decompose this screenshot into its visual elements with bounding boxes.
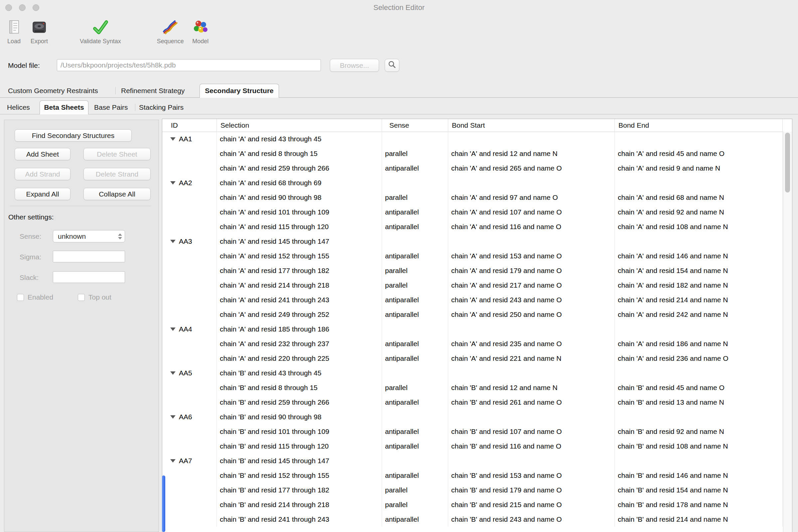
- table-row[interactable]: chain 'A' and resid 101 through 109 anti…: [162, 205, 783, 220]
- cell-bond-end: [615, 132, 783, 146]
- table-row[interactable]: chain 'A' and resid 259 through 266 anti…: [162, 161, 783, 175]
- disclosure-triangle-icon[interactable]: [170, 137, 175, 141]
- search-button[interactable]: [385, 59, 399, 72]
- table-row[interactable]: chain 'B' and resid 115 through 120 anti…: [162, 439, 783, 454]
- column-header-selection[interactable]: Selection: [217, 119, 382, 132]
- subtab-helices[interactable]: Helices: [7, 100, 30, 114]
- disclosure-triangle-icon[interactable]: [170, 327, 175, 331]
- table-row[interactable]: chain 'B' and resid 214 through 218 para…: [162, 497, 783, 512]
- table-row[interactable]: AA3 chain 'A' and resid 145 through 147: [162, 234, 783, 249]
- table-row[interactable]: chain 'A' and resid 241 through 243 anti…: [162, 292, 783, 307]
- table-row[interactable]: chain 'A' and resid 152 through 155 anti…: [162, 249, 783, 263]
- column-header-sense[interactable]: Sense: [382, 119, 448, 132]
- table-row[interactable]: AA5 chain 'B' and resid 43 through 45: [162, 366, 783, 380]
- disclosure-triangle-icon[interactable]: [170, 459, 175, 462]
- sigma-field[interactable]: [53, 251, 125, 262]
- top-out-checkbox[interactable]: Top out: [78, 293, 111, 301]
- vertical-scrollbar[interactable]: [783, 132, 792, 532]
- cell-id: AA3: [162, 234, 217, 249]
- column-header-bond-end[interactable]: Bond End: [615, 119, 783, 132]
- subtab-stacking-pairs[interactable]: Stacking Pairs: [139, 100, 184, 114]
- table-row[interactable]: chain 'B' and resid 259 through 266 anti…: [162, 395, 783, 410]
- slack-field[interactable]: [53, 271, 125, 283]
- table-row[interactable]: chain 'A' and resid 220 through 225 anti…: [162, 351, 783, 366]
- add-strand-button[interactable]: Add Strand: [15, 168, 71, 180]
- scrollbar-thumb[interactable]: [785, 133, 790, 192]
- cell-bond-start: chain 'A' and resid 250 and name O: [448, 307, 615, 322]
- table-row[interactable]: AA1 chain 'A' and resid 43 through 45: [162, 132, 783, 146]
- cell-selection: chain 'A' and resid 259 through 266: [217, 161, 382, 175]
- load-label: Load: [7, 38, 21, 45]
- tab-custom-geometry-restraints[interactable]: Custom Geometry Restraints: [8, 84, 98, 98]
- column-header-bond-start[interactable]: Bond Start: [448, 119, 615, 132]
- delete-strand-button[interactable]: Delete Strand: [83, 168, 151, 180]
- table-row[interactable]: chain 'A' and resid 214 through 218 para…: [162, 278, 783, 292]
- disclosure-triangle-icon[interactable]: [170, 181, 175, 185]
- add-sheet-button[interactable]: Add Sheet: [15, 148, 71, 160]
- table-row[interactable]: chain 'B' and resid 8 through 15 paralle…: [162, 380, 783, 395]
- table-row[interactable]: chain 'A' and resid 8 through 15 paralle…: [162, 146, 783, 161]
- tab-refinement-strategy[interactable]: Refinement Strategy: [121, 84, 185, 98]
- disclosure-triangle-icon[interactable]: [170, 415, 175, 419]
- cell-sense: [382, 454, 448, 468]
- cell-bond-end: chain 'A' and resid 92 and name N: [615, 205, 783, 220]
- delete-sheet-button[interactable]: Delete Sheet: [83, 148, 151, 160]
- validate-syntax-label: Validate Syntax: [80, 38, 121, 45]
- cell-id: AA2: [162, 175, 217, 190]
- cell-sense: [382, 234, 448, 249]
- subtab-beta-sheets[interactable]: Beta Sheets: [40, 100, 89, 114]
- table-row[interactable]: chain 'A' and resid 90 through 98 parall…: [162, 190, 783, 205]
- expand-all-button[interactable]: Expand All: [15, 188, 71, 200]
- cell-bond-start: [448, 410, 615, 424]
- table-row[interactable]: AA2 chain 'A' and resid 68 through 69: [162, 175, 783, 190]
- export-button[interactable]: Export: [31, 18, 48, 45]
- cell-bond-start: chain 'A' and resid 116 and name O: [448, 220, 615, 234]
- table-row[interactable]: chain 'A' and resid 177 through 182 para…: [162, 263, 783, 278]
- model-file-row: Model file: Browse...: [0, 56, 798, 75]
- enabled-checkbox[interactable]: Enabled: [17, 293, 53, 301]
- table-row[interactable]: AA7 chain 'B' and resid 145 through 147: [162, 454, 783, 468]
- collapse-all-button[interactable]: Collapse All: [83, 188, 151, 200]
- cell-bond-end: [615, 234, 783, 249]
- cell-bond-start: chain 'A' and resid 243 and name O: [448, 292, 615, 307]
- sheet-id: AA3: [179, 234, 192, 249]
- cell-sense: antiparallel: [382, 205, 448, 220]
- validate-syntax-button[interactable]: Validate Syntax: [80, 18, 121, 45]
- subtab-base-pairs[interactable]: Base Pairs: [94, 100, 128, 114]
- table-row[interactable]: chain 'B' and resid 241 through 243 anti…: [162, 512, 783, 527]
- disclosure-triangle-icon[interactable]: [170, 240, 175, 243]
- tab-secondary-structure[interactable]: Secondary Structure: [200, 84, 279, 98]
- column-header-id[interactable]: ID: [162, 119, 217, 132]
- tab-baseline: [0, 97, 798, 98]
- cell-id: AA1: [162, 132, 217, 146]
- cell-id: [162, 249, 217, 263]
- cell-id: [162, 307, 217, 322]
- sequence-button[interactable]: Sequence: [157, 18, 184, 45]
- find-secondary-structures-button[interactable]: Find Secondary Structures: [15, 129, 132, 141]
- cell-bond-end: chain 'A' and resid 154 and name N: [615, 263, 783, 278]
- sub-tab-bar: Helices Beta Sheets Base Pairs Stacking …: [0, 100, 798, 114]
- sense-dropdown[interactable]: unknown: [53, 230, 125, 242]
- model-button[interactable]: Model: [192, 18, 209, 45]
- table-row[interactable]: AA6 chain 'B' and resid 90 through 98: [162, 410, 783, 424]
- disclosure-triangle-icon[interactable]: [170, 372, 175, 375]
- cell-bond-start: chain 'A' and resid 217 and name O: [448, 278, 615, 292]
- table-row[interactable]: chain 'A' and resid 232 through 237 anti…: [162, 337, 783, 351]
- cell-bond-end: chain 'A' and resid 45 and name O: [615, 146, 783, 161]
- table-row[interactable]: AA4 chain 'A' and resid 185 through 186: [162, 322, 783, 337]
- table-row[interactable]: chain 'B' and resid 152 through 155 anti…: [162, 468, 783, 483]
- cell-selection: chain 'B' and resid 145 through 147: [217, 454, 382, 468]
- cell-id: [162, 351, 217, 366]
- selection-editor-window: Selection Editor Load: [0, 0, 798, 532]
- load-button[interactable]: Load: [5, 18, 23, 45]
- table-row[interactable]: chain 'A' and resid 115 through 120 anti…: [162, 220, 783, 234]
- cell-selection: chain 'A' and resid 115 through 120: [217, 220, 382, 234]
- table-row[interactable]: chain 'B' and resid 177 through 182 para…: [162, 483, 783, 497]
- cell-id: [162, 292, 217, 307]
- model-file-input[interactable]: [57, 59, 321, 71]
- cell-bond-start: chain 'B' and resid 179 and name O: [448, 483, 615, 497]
- cell-selection: chain 'A' and resid 241 through 243: [217, 292, 382, 307]
- table-row[interactable]: chain 'A' and resid 249 through 252 anti…: [162, 307, 783, 322]
- browse-button[interactable]: Browse...: [330, 59, 379, 72]
- table-row[interactable]: chain 'B' and resid 101 through 109 anti…: [162, 424, 783, 439]
